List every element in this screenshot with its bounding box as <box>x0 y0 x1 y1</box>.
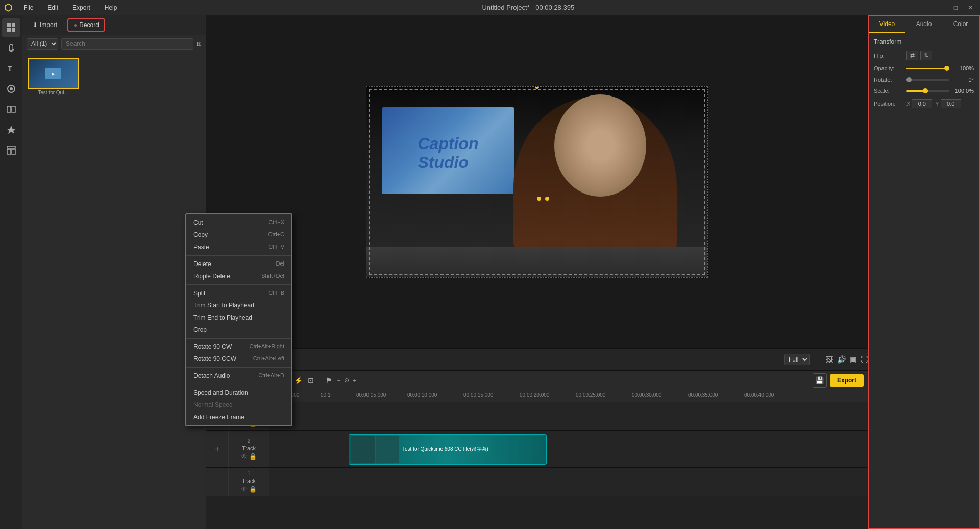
position-x-input[interactable] <box>912 99 932 108</box>
track-content-2[interactable]: Test for Quicktime 608 CC file(吊字幕) <box>270 431 868 467</box>
context-detach-audio[interactable]: Detach Audio Ctrl+Alt+D <box>186 370 291 382</box>
context-ripple-delete[interactable]: Ripple Delete Shift+Del <box>186 270 291 282</box>
track-name: Track <box>242 445 256 451</box>
svg-point-6 <box>10 87 13 90</box>
transform-section: Transform Flip: ⇄ ⇅ Opacity: 100% <box>869 33 979 528</box>
menu-help[interactable]: Help <box>102 3 120 12</box>
save-button[interactable]: 💾 <box>813 373 827 388</box>
sidebar-item-text[interactable]: T <box>2 59 20 78</box>
marker-tool[interactable]: ⚑ <box>324 375 334 386</box>
track-eye-icon[interactable]: 👁 <box>241 453 247 460</box>
caption-icon[interactable]: ▣ <box>850 355 856 364</box>
tab-video[interactable]: Video <box>869 16 905 33</box>
panel-header: ⬇ Import ● Record <box>22 15 206 35</box>
import-icon: ⬇ <box>33 21 38 29</box>
filter-select[interactable]: All (1) <box>27 38 58 50</box>
audio-icon[interactable]: 🔊 <box>837 355 846 364</box>
y-axis-label: Y <box>935 101 939 107</box>
center-panel: CaptionStudio <box>206 15 868 529</box>
quality-select[interactable]: Full <box>784 354 810 365</box>
scale-row: Scale: 100.0% <box>874 88 974 94</box>
context-speed[interactable]: Speed and Duration <box>186 387 291 399</box>
fullscreen-icon[interactable]: ⛶ <box>861 355 868 364</box>
context-delete[interactable]: Delete Del <box>186 258 291 270</box>
crop-label: Crop <box>193 326 207 333</box>
ruler-mark-8: 00:00:35.000 <box>688 392 718 398</box>
clip-inner: Test for Quicktime 608 CC file(吊字幕) <box>351 436 488 463</box>
tracks-area: 3 Track 👁 🔒 ＋ <box>206 402 868 529</box>
scale-slider[interactable] <box>906 90 949 92</box>
context-trim-start[interactable]: Trim Start to Playhead <box>186 299 291 311</box>
player-controls: ⏮ ▶ ⏭ ⏹ Full 🖼 🔊 ▣ ⛶ <box>206 348 868 371</box>
svg-rect-0 <box>7 23 11 27</box>
context-rotate-cw[interactable]: Rotate 90 CW Ctrl+Alt+Right <box>186 341 291 353</box>
context-cut[interactable]: Cut Ctrl+X <box>186 217 291 229</box>
context-copy[interactable]: Copy Ctrl+C <box>186 229 291 241</box>
delete-shortcut: Del <box>276 260 284 268</box>
normal-speed-label: Normal Speed <box>193 401 233 408</box>
position-y-input[interactable] <box>941 99 961 108</box>
tab-audio[interactable]: Audio <box>905 16 942 33</box>
flip-vertical-button[interactable]: ⇅ <box>920 51 932 60</box>
right-panel-tabs: Video Audio Color <box>869 16 979 33</box>
zoom-control[interactable]: － ⊙ ＋ <box>336 376 357 385</box>
rotate-label: Rotate: <box>874 77 903 83</box>
menu-edit[interactable]: Edit <box>44 3 61 12</box>
minimize-btn[interactable]: ─ <box>936 4 947 11</box>
tab-color[interactable]: Color <box>942 16 979 33</box>
speed-tool[interactable]: ⚡ <box>292 375 304 386</box>
sidebar-item-effects[interactable] <box>2 80 20 98</box>
track-content-1[interactable] <box>270 468 868 496</box>
track-content-3[interactable] <box>270 402 868 430</box>
record-button[interactable]: ● Record <box>67 18 105 32</box>
close-btn[interactable]: ✕ <box>965 4 976 11</box>
flip-horizontal-button[interactable]: ⇄ <box>906 51 918 60</box>
media-item[interactable]: ▶ Test for Qui... <box>28 58 79 95</box>
rotate-slider[interactable] <box>906 79 949 81</box>
search-input[interactable] <box>61 38 193 50</box>
sidebar-item-audio[interactable] <box>2 39 20 57</box>
export-button[interactable]: Export <box>830 374 864 387</box>
menu-file[interactable]: File <box>20 3 36 12</box>
opacity-label: Opacity: <box>874 65 903 71</box>
record-label: Record <box>79 21 99 29</box>
clip-thumbnail-1 <box>351 436 375 463</box>
separator-5 <box>186 384 291 384</box>
context-freeze-frame[interactable]: Add Freeze Frame <box>186 411 291 423</box>
context-split[interactable]: Split Ctrl+B <box>186 287 291 299</box>
video-preview[interactable]: CaptionStudio <box>366 86 708 278</box>
context-rotate-ccw[interactable]: Rotate 90 CCW Ctrl+Alt+Left <box>186 353 291 365</box>
track-add-icon[interactable]: ＋ <box>213 444 222 454</box>
sidebar-item-templates[interactable] <box>2 141 20 159</box>
import-button[interactable]: ⬇ Import <box>28 19 62 31</box>
track-number: 2 <box>248 438 251 444</box>
timeline-ruler: 00:00:00.000 00:1 00:00:05.000 00:00:10.… <box>270 390 868 402</box>
paste-shortcut: Ctrl+V <box>268 244 284 251</box>
context-trim-end[interactable]: Trim End to Playhead <box>186 311 291 324</box>
context-paste[interactable]: Paste Ctrl+V <box>186 241 291 253</box>
zoom-out-icon[interactable]: － <box>336 376 342 385</box>
rotate-cw-shortcut: Ctrl+Alt+Right <box>250 343 284 350</box>
menu-export[interactable]: Export <box>69 3 93 12</box>
context-normal-speed: Normal Speed <box>186 399 291 411</box>
svg-marker-7 <box>7 126 16 134</box>
video-clip[interactable]: Test for Quicktime 608 CC file(吊字幕) <box>349 434 547 465</box>
screenshot-icon[interactable]: 🖼 <box>826 355 833 364</box>
context-crop[interactable]: Crop <box>186 324 291 336</box>
rotate-value: 0° <box>952 77 974 83</box>
opacity-slider[interactable] <box>906 68 949 69</box>
track-eye-icon[interactable]: 👁 <box>241 486 247 493</box>
sidebar-item-media[interactable] <box>2 18 20 37</box>
ruler-mark-3: 00:00:10.000 <box>407 392 437 398</box>
zoom-label: ⊙ <box>344 377 349 384</box>
grid-view-button[interactable]: ⊞ <box>197 40 202 47</box>
sidebar-item-transitions[interactable] <box>2 100 20 118</box>
track-icons: 👁 🔒 <box>241 453 257 460</box>
sidebar-item-stickers[interactable] <box>2 121 20 139</box>
zoom-in-icon[interactable]: ＋ <box>351 376 357 385</box>
maximize-btn[interactable]: □ <box>951 4 961 11</box>
crop-tool[interactable]: ⊡ <box>306 375 315 386</box>
track-lock-icon[interactable]: 🔒 <box>249 453 257 460</box>
track-lock-icon[interactable]: 🔒 <box>249 486 257 493</box>
track-icons: 👁 🔒 <box>241 486 257 493</box>
